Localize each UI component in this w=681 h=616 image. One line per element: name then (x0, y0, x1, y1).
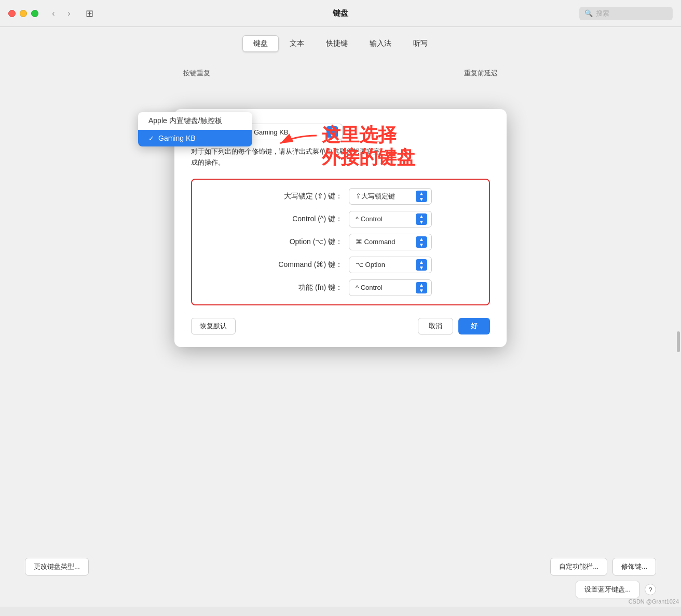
capslock-key-select[interactable]: ⇪大写锁定键 ▲▼ (349, 188, 432, 205)
repeat-delay-label: 重复前延迟 (464, 69, 498, 78)
search-bar[interactable]: 🔍 搜索 (579, 7, 673, 20)
customize-control-strip-button[interactable]: 自定功能栏... (550, 558, 607, 575)
close-button[interactable] (8, 10, 16, 17)
watermark: CSDN @Grant1024 (629, 598, 679, 605)
key-row-option: Option (⌥) 键： ⌘ Command ▲▼ (205, 234, 476, 250)
grid-button[interactable]: ⊞ (82, 6, 97, 21)
dropdown-item-gaming[interactable]: ✓ Gaming KB (138, 130, 252, 146)
tab-dictation[interactable]: 听写 (402, 35, 439, 52)
dropdown-item-selected-label: Gaming KB (158, 134, 196, 142)
control-key-label: Control (^) 键： (249, 215, 343, 224)
main-content: 按键重复 重复前延迟 Apple 内置键盘/触控板 ✓ Gaming KB 这里… (0, 56, 681, 607)
key-row-command: Command (⌘) 键： ⌥ Option ▲▼ (205, 257, 476, 273)
annotation-container: 这里选择外接的键盘 (322, 124, 415, 168)
fn-chevron-icon: ▲▼ (416, 282, 427, 293)
search-icon: 🔍 (584, 9, 593, 17)
control-key-value: ^ Control (356, 215, 413, 223)
command-key-value: ⌥ Option (356, 261, 413, 269)
option-chevron-icon: ▲▼ (416, 236, 427, 248)
help-button[interactable]: ? (645, 584, 656, 595)
tabbar: 键盘 文本 快捷键 输入法 听写 (0, 27, 681, 56)
restore-defaults-button[interactable]: 恢复默认 (191, 318, 236, 334)
forward-button[interactable]: › (62, 7, 76, 20)
fn-key-value: ^ Control (356, 284, 413, 291)
command-key-select[interactable]: ⌥ Option ▲▼ (349, 257, 432, 273)
tab-text[interactable]: 文本 (279, 35, 315, 52)
back-button[interactable]: ‹ (47, 7, 60, 20)
key-mapping-table: 大写锁定 (⇪) 键： ⇪大写锁定键 ▲▼ Control (^) 键： ^ C… (191, 179, 490, 305)
window-title: 键盘 (333, 8, 348, 18)
key-row-fn: 功能 (fn) 键： ^ Control ▲▼ (205, 279, 476, 296)
dropdown-item-apple[interactable]: Apple 内置键盘/触控板 (138, 112, 252, 130)
minimize-button[interactable] (20, 10, 27, 17)
nav-buttons: ‹ › (47, 7, 76, 20)
annotation-text: 这里选择外接的键盘 (322, 124, 415, 168)
scrollbar[interactable] (677, 331, 680, 352)
option-key-select[interactable]: ⌘ Command ▲▼ (349, 234, 432, 250)
option-key-value: ⌘ Command (356, 238, 413, 246)
right-bottom-buttons: 自定功能栏... 修饰键... (550, 558, 656, 575)
traffic-lights (8, 10, 38, 17)
dropdown-item-label: Apple 内置键盘/触控板 (148, 116, 222, 126)
bottom-bar: 更改键盘类型... 自定功能栏... 修饰键... (0, 558, 681, 575)
command-key-label: Command (⌘) 键： (249, 260, 343, 270)
footer-right-buttons: 取消 好 (418, 318, 490, 334)
capslock-key-label: 大写锁定 (⇪) 键： (249, 192, 343, 201)
fn-key-select[interactable]: ^ Control ▲▼ (349, 279, 432, 296)
bluetooth-keyboard-button[interactable]: 设置蓝牙键盘... (576, 581, 639, 598)
key-row-capslock: 大写锁定 (⇪) 键： ⇪大写锁定键 ▲▼ (205, 188, 476, 205)
modifier-keys-button[interactable]: 修饰键... (612, 558, 656, 575)
option-key-label: Option (⌥) 键： (249, 237, 343, 247)
tab-keyboard[interactable]: 键盘 (242, 35, 279, 52)
cancel-button[interactable]: 取消 (418, 318, 453, 334)
ok-button[interactable]: 好 (458, 318, 490, 334)
arrow-icon (270, 128, 322, 154)
control-key-select[interactable]: ^ Control ▲▼ (349, 211, 432, 227)
command-chevron-icon: ▲▼ (416, 259, 427, 271)
key-row-control: Control (^) 键： ^ Control ▲▼ (205, 211, 476, 227)
fn-key-label: 功能 (fn) 键： (249, 283, 343, 292)
tab-input-method[interactable]: 输入法 (359, 35, 402, 52)
keyboard-dropdown: Apple 内置键盘/触控板 ✓ Gaming KB (138, 112, 252, 146)
dialog-footer: 恢复默认 取消 好 (191, 318, 490, 334)
tab-shortcuts[interactable]: 快捷键 (315, 35, 359, 52)
change-keyboard-type-button[interactable]: 更改键盘类型... (25, 558, 89, 575)
capslock-chevron-icon: ▲▼ (416, 191, 427, 202)
titlebar: ‹ › ⊞ 键盘 🔍 搜索 (0, 0, 681, 27)
checkmark-icon: ✓ (148, 135, 154, 142)
bluetooth-bar: 设置蓝牙键盘... ? (576, 581, 656, 598)
search-placeholder: 搜索 (596, 9, 609, 18)
capslock-key-value: ⇪大写锁定键 (356, 192, 413, 201)
maximize-button[interactable] (31, 10, 38, 17)
key-repeat-label: 按键重复 (183, 69, 210, 78)
section-headers: 按键重复 重复前延迟 (25, 69, 656, 78)
control-chevron-icon: ▲▼ (416, 213, 427, 225)
